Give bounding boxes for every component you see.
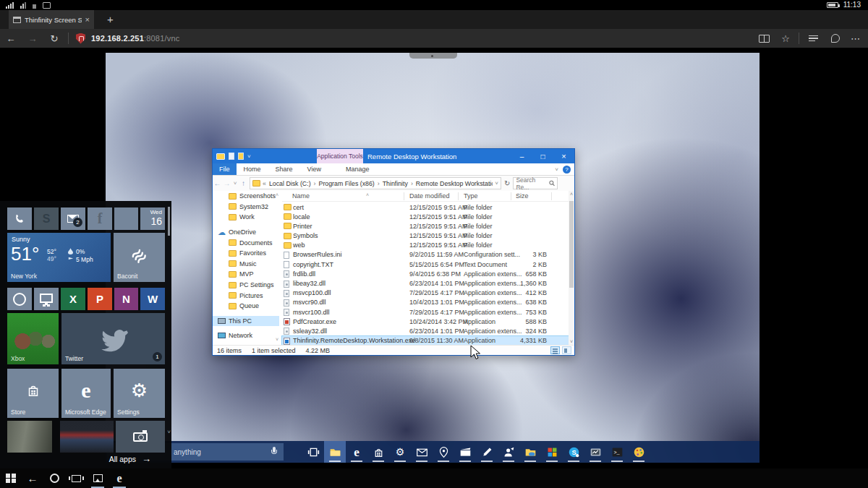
sidebar-item-network[interactable]: Network [213,330,279,341]
sidebar-item-system32[interactable]: System32 [213,202,279,213]
store-taskbar-button[interactable] [367,441,389,463]
browser-tab[interactable]: Thinfinity Screen Sharing × [9,10,94,29]
file-row[interactable]: Printer12/15/2015 9:51 AMFile folder [282,221,569,231]
microsoft-logo-taskbar-button[interactable] [541,441,563,463]
tile-skype[interactable]: S [34,207,59,230]
search-input[interactable]: Search Re... [513,177,558,189]
refresh-button[interactable]: ↻ [43,33,65,44]
thinfinity-toolbar-tab[interactable] [409,53,457,59]
pen-taskbar-button[interactable] [476,441,498,463]
file-row[interactable]: copyright.TXT5/15/2015 6:54 PMText Docum… [282,260,569,269]
more-options-icon[interactable]: ⋯ [851,33,861,44]
file-row[interactable]: Thinfinity.RemoteDesktop.Workstation.exe… [282,336,569,346]
start-scrollbar[interactable] [168,207,170,236]
sidebar-item-favorites[interactable]: Favorites [213,248,279,259]
ribbon-tab-view[interactable]: View [300,163,328,175]
sidebar-item-queue[interactable]: Queue [213,301,279,312]
column-header-type[interactable]: Type [464,192,478,200]
tile-excel[interactable]: X [61,288,85,310]
file-row[interactable]: Symbols12/15/2015 9:51 AMFile folder [282,231,569,241]
edge-taskbar-button[interactable]: e [346,441,367,463]
file-row[interactable]: PdfCreator.exe10/24/2014 3:42 PMApplicat… [282,317,569,326]
breadcrumb-segment[interactable]: Remote Desktop Workstation [416,180,493,187]
forward-button[interactable]: → [22,33,43,44]
column-header-size[interactable]: Size [516,192,529,200]
breadcrumb-segment[interactable]: Program Files (x86) [319,180,375,187]
scroll-down-icon[interactable]: ˅ [569,339,574,344]
tile-cortana[interactable] [7,288,32,310]
breadcrumb-segment[interactable]: Thinfinity [383,180,408,187]
file-row[interactable]: ssleay32.dll6/23/2014 1:01 PMApplication… [282,326,569,335]
favorites-star-icon[interactable]: ☆ [781,33,790,44]
tile-connect[interactable] [34,288,59,310]
address-refresh-icon[interactable]: ↻ [504,179,510,187]
breadcrumb-dropdown-icon[interactable]: ˅ [495,180,498,187]
scroll-thumb[interactable] [569,201,574,288]
new-tab-button[interactable]: + [107,13,114,25]
sidebar-item-onedrive[interactable]: ☁OneDrive [213,227,279,238]
tile-twitter[interactable]: Twitter 1 [61,313,165,364]
explorer-title-bar[interactable]: ˅ Application Tools Remote Desktop Works… [213,149,574,163]
ribbon-tab-share[interactable]: Share [268,163,300,175]
close-button[interactable]: × [553,149,574,163]
mail-taskbar-button[interactable] [411,441,433,463]
tile-facebook[interactable]: f [88,207,112,230]
cmd-taskbar-button[interactable]: >_ [606,441,628,463]
sidebar-item-documents[interactable]: Documents [213,237,279,248]
tile-phone[interactable] [7,207,32,230]
qat-new-folder-icon[interactable] [238,153,244,160]
qat-properties-icon[interactable] [229,153,234,160]
skype-taskbar-button[interactable]: S [563,441,584,463]
tile-camera[interactable] [116,421,165,453]
photos-app-button[interactable] [87,468,109,488]
palette-taskbar-button[interactable] [628,441,650,463]
back-button[interactable]: ← [22,468,43,488]
ribbon-tab-manage[interactable]: Manage [339,163,377,175]
site-security-shield-icon[interactable] [76,33,85,44]
column-header-name[interactable]: Name [292,192,310,200]
remote-desktop-screen[interactable]: ˅ Application Tools Remote Desktop Works… [106,53,760,463]
start-button[interactable] [0,468,22,488]
tile-word[interactable]: W [140,288,165,310]
file-explorer-window[interactable]: ˅ Application Tools Remote Desktop Works… [212,148,575,356]
tile-xbox[interactable]: Xbox [7,313,59,364]
file-row[interactable]: msvcr90.dll10/4/2013 1:01 PMApplication … [282,298,569,307]
tile-store[interactable]: Store [7,369,59,418]
list-scrollbar[interactable]: ˄ ˅ [569,191,574,345]
breadcrumb-segments[interactable]: «Local Disk (C:)›Program Files (x86)›Thi… [263,180,493,187]
details-view-button[interactable] [550,346,560,354]
tile-outlook[interactable]: 2 [61,207,85,230]
taskview-taskbar-button[interactable] [302,441,324,463]
sidebar-item-this-pc[interactable]: This PC [213,316,279,327]
edge-app-button[interactable]: e [109,468,130,488]
reading-view-icon[interactable] [759,35,770,43]
tile-calendar[interactable]: Wed 16 [140,207,165,230]
file-row[interactable]: libeay32.dll6/23/2014 1:01 PMApplication… [282,279,569,288]
file-row[interactable]: frdlib.dll9/4/2015 6:38 PMApplication ex… [282,269,569,278]
tile-settings[interactable]: ⚙ Settings [114,369,165,418]
thumbnails-view-button[interactable] [562,346,571,354]
sidebar-item-screenshots[interactable]: Screenshots [213,191,279,202]
file-row[interactable]: BrowserRules.ini9/2/2015 11:59 AMConfigu… [282,250,569,260]
microphone-icon[interactable] [271,447,277,456]
application-tools-contextual-tab[interactable]: Application Tools [317,149,363,163]
all-apps-button[interactable]: All apps → [109,453,151,464]
qat-customize-icon[interactable]: ˅ [247,153,251,160]
folder-cloud-taskbar-button[interactable] [519,441,541,463]
file-row[interactable]: cert12/15/2015 9:51 AMFile folder [282,202,569,212]
people-taskbar-button[interactable] [498,441,519,463]
explorer-taskbar-button[interactable] [324,441,346,463]
file-row[interactable]: web12/15/2015 9:51 AMFile folder [282,241,569,250]
file-row[interactable]: locale12/15/2015 9:51 AMFile folder [282,212,569,221]
ribbon-tab-file[interactable]: File [213,163,237,175]
movies-taskbar-button[interactable] [454,441,476,463]
cortana-button[interactable] [43,468,65,488]
hub-icon[interactable] [809,35,818,42]
tile-photo[interactable] [7,421,52,453]
sidebar-item-mvp[interactable]: MVP [213,269,279,280]
scroll-up-icon[interactable]: ˄ [569,192,574,197]
column-header-date[interactable]: Date modified [409,192,450,200]
ribbon-expand-icon[interactable]: ˅ [555,166,558,173]
maximize-button[interactable]: □ [532,149,553,163]
sidebar-item-music[interactable]: Music [213,259,279,270]
